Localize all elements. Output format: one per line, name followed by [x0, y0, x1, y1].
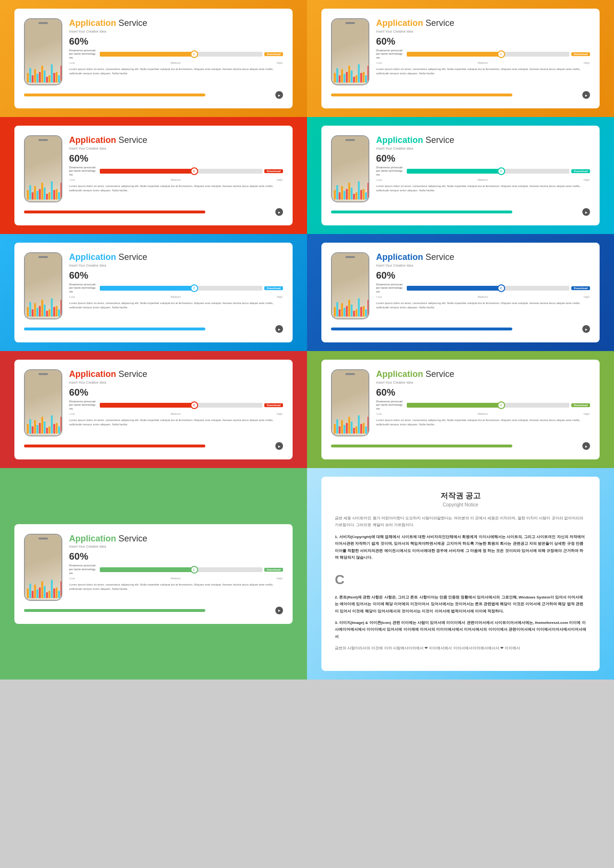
phone-mockup — [24, 135, 62, 202]
phone-mockup — [24, 369, 62, 436]
title-app: Application — [376, 369, 423, 379]
progress-bar-fill: C — [100, 567, 198, 572]
progress-btn[interactable]: Download — [571, 169, 590, 173]
progress-bar-fill: C — [407, 52, 505, 57]
progress-label: Dinamemo provocati per tacito technology… — [69, 166, 98, 177]
progress-bar-container: C — [407, 286, 569, 291]
slide-content: Application Service Insert Your Creative… — [24, 369, 283, 436]
copyright-s3: 3. 이미지(Image) & 아이콘(Icon) 관련 이이에는 사람이 있어… — [335, 620, 586, 640]
footer-dot: ▶ — [275, 607, 283, 614]
slide-cell-s8: Application Service Insert Your Creative… — [307, 351, 614, 468]
slide-info: Application Service Insert Your Creative… — [376, 369, 590, 427]
progress-label: Dinamemo provocati per tacito technology… — [376, 283, 405, 294]
progress-bar-container: C — [100, 567, 262, 572]
slide-footer: ▶ — [24, 442, 283, 450]
progress-btn[interactable]: Download — [264, 403, 283, 407]
progress-btn[interactable]: Download — [264, 568, 283, 572]
progress-bar-fill: C — [100, 286, 198, 291]
progress-bar-fill: C — [407, 403, 505, 408]
chart-bars — [25, 181, 61, 201]
slide-content: Application Service Insert Your Creative… — [331, 135, 590, 202]
chart-bars — [25, 298, 61, 318]
slide-subtitle: Insert Your Creative Idea — [376, 30, 590, 33]
slide-title: Application Service — [69, 135, 283, 146]
progress-bar-container: C — [100, 52, 262, 57]
footer-dot: ▶ — [275, 325, 283, 333]
slide-subtitle: Insert Your Creative Idea — [376, 147, 590, 150]
slide-info: Application Service Insert Your Creative… — [69, 534, 283, 591]
copyright-footer: 금번의 사랑이라서의 이것에 이어 사랑에서이어에서 ❤ 이이에서에서 이어서에… — [335, 645, 586, 652]
title-service: Service — [116, 534, 147, 543]
footer-bar — [331, 211, 512, 213]
progress-marker: C — [190, 566, 198, 574]
s1-title: 1. 서비자(Copyright)에 대해 업체에서 사이트에 대한 서비자의인… — [335, 535, 585, 560]
slide-title: Application Service — [376, 252, 590, 263]
slide-footer: ▶ — [331, 325, 590, 333]
phone-mockup — [24, 18, 62, 85]
progress-bar-container: C — [100, 169, 262, 174]
slide-cell-s6: Application Service Insert Your Creative… — [307, 234, 614, 351]
scale-low: Low — [70, 61, 75, 64]
progress-btn[interactable]: Download — [571, 52, 590, 56]
slide-title: Application Service — [69, 18, 283, 29]
footer-bar — [331, 445, 512, 447]
footer-bar — [331, 328, 512, 330]
progress-marker: C — [497, 50, 505, 58]
progress-scale: Low Medium High — [69, 178, 283, 181]
scale-low: Low — [377, 178, 382, 181]
slide-subtitle: Insert Your Creative Idea — [376, 381, 590, 384]
title-app: Application — [69, 18, 116, 28]
slide-card-s1: Application Service Insert Your Creative… — [14, 9, 293, 108]
chart-bars — [332, 415, 368, 435]
progress-label: Dinamemo provocati per tacito technology… — [376, 400, 405, 411]
slide-percent: 60% — [69, 270, 283, 281]
progress-row: Dinamemo provocati per tacito technology… — [376, 166, 590, 177]
progress-btn[interactable]: Download — [264, 52, 283, 56]
slide-title: Application Service — [376, 18, 590, 29]
slide-cell-s4: Application Service Insert Your Creative… — [307, 117, 614, 234]
slide-percent: 60% — [69, 36, 283, 47]
title-app: Application — [69, 252, 116, 262]
title-app: Application — [376, 135, 423, 145]
chart-bars — [332, 181, 368, 201]
scale-medium: Medium — [478, 295, 488, 298]
progress-bar-fill: C — [100, 169, 198, 174]
phone-mockup — [24, 252, 62, 319]
slide-cell-s7: Application Service Insert Your Creative… — [0, 351, 307, 468]
slide-subtitle: Insert Your Creative Idea — [69, 264, 283, 267]
phone-mockup — [331, 252, 369, 319]
progress-btn[interactable]: Download — [264, 169, 283, 173]
scale-low: Low — [70, 178, 75, 181]
slide-card-s9: Application Service Insert Your Creative… — [14, 524, 293, 624]
slide-body-text: Lorem ipsum dolor sit amet, consectetur … — [376, 184, 590, 193]
slide-cell-s9: Application Service Insert Your Creative… — [0, 468, 307, 680]
progress-btn[interactable]: Download — [264, 286, 283, 290]
slide-content: Application Service Insert Your Creative… — [24, 18, 283, 85]
copyright-card: 저작권 공고 Copyright Notice 금번 세웅 사이트미인 뭔가 어… — [321, 477, 600, 671]
progress-scale: Low Medium High — [376, 295, 590, 298]
scale-low: Low — [377, 61, 382, 64]
progress-bar-fill: C — [407, 169, 505, 174]
scale-medium: Medium — [171, 412, 181, 415]
phone-mockup — [331, 135, 369, 202]
slide-card-s5: Application Service Insert Your Creative… — [14, 243, 293, 342]
slide-grid: Application Service Insert Your Creative… — [0, 0, 614, 680]
slide-info: Application Service Insert Your Creative… — [376, 135, 590, 193]
progress-label: Dinamemo provocati per tacito technology… — [69, 400, 98, 411]
scale-high: High — [584, 412, 590, 415]
scale-low: Low — [70, 295, 75, 298]
title-app: Application — [376, 18, 423, 28]
scale-high: High — [277, 61, 283, 64]
progress-row: Dinamemo provocati per tacito technology… — [376, 400, 590, 411]
progress-marker: C — [190, 401, 198, 409]
slide-title: Application Service — [376, 369, 590, 380]
footer-dot: ▶ — [582, 442, 590, 450]
progress-btn[interactable]: Download — [571, 286, 590, 290]
progress-btn[interactable]: Download — [571, 403, 590, 407]
scale-high: High — [584, 295, 590, 298]
copyright-s1: 1. 서비자(Copyright)에 대해 업체에서 사이트에 대한 서비자의인… — [335, 534, 586, 562]
progress-row: Dinamemo provocati per tacito technology… — [69, 283, 283, 294]
title-app: Application — [69, 135, 116, 145]
slide-body-text: Lorem ipsum dolor sit amet, consectetur … — [69, 184, 283, 193]
progress-bar-fill: C — [407, 286, 505, 291]
